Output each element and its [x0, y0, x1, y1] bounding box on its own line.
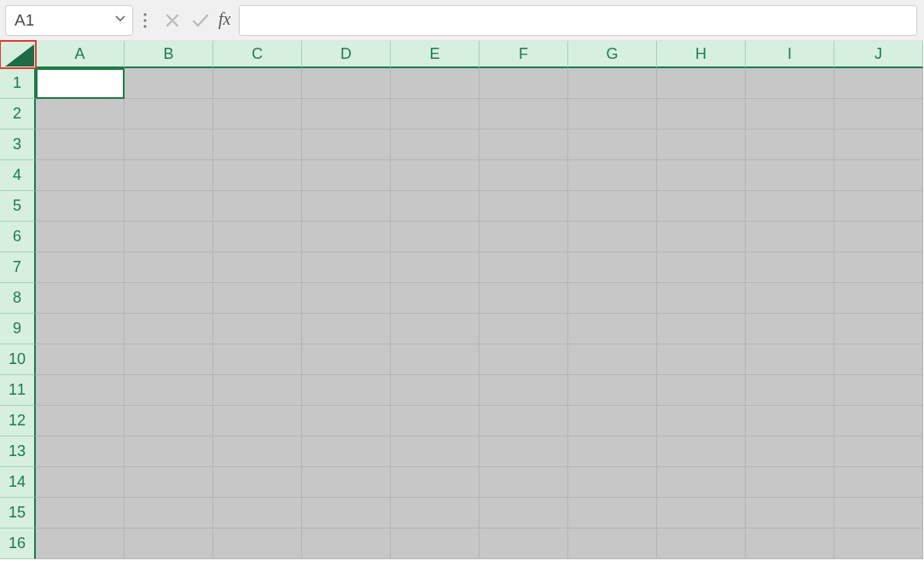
cell[interactable]: [657, 252, 746, 283]
cell[interactable]: [391, 314, 479, 344]
chevron-down-icon[interactable]: [115, 14, 125, 26]
cell[interactable]: [657, 68, 746, 99]
cell[interactable]: [391, 529, 479, 559]
row-header[interactable]: 6: [0, 222, 36, 252]
cell[interactable]: [746, 406, 834, 436]
cell[interactable]: [125, 436, 213, 467]
cell[interactable]: [746, 467, 834, 498]
cell[interactable]: [568, 252, 657, 283]
cell[interactable]: [125, 529, 213, 559]
cell[interactable]: [125, 375, 213, 406]
cell[interactable]: [391, 344, 479, 375]
cell[interactable]: [479, 436, 568, 467]
cell[interactable]: [125, 130, 213, 160]
cell-A1[interactable]: [36, 68, 125, 99]
cell[interactable]: [391, 406, 479, 436]
cell[interactable]: [36, 436, 125, 467]
cell[interactable]: [213, 344, 302, 375]
cell[interactable]: [302, 467, 391, 498]
select-all-corner[interactable]: [0, 41, 36, 68]
column-header[interactable]: I: [746, 41, 834, 68]
row-header[interactable]: 2: [0, 99, 36, 130]
cell[interactable]: [568, 314, 657, 344]
cell[interactable]: [834, 436, 923, 467]
cell[interactable]: [125, 252, 213, 283]
cell[interactable]: [657, 130, 746, 160]
cell[interactable]: [746, 344, 834, 375]
row-header[interactable]: 11: [0, 375, 36, 406]
cell[interactable]: [746, 283, 834, 314]
cell[interactable]: [213, 375, 302, 406]
row-header[interactable]: 16: [0, 529, 36, 559]
cell[interactable]: [391, 436, 479, 467]
cell[interactable]: [479, 467, 568, 498]
column-header[interactable]: J: [834, 41, 923, 68]
cell[interactable]: [302, 314, 391, 344]
cell[interactable]: [834, 283, 923, 314]
cell[interactable]: [657, 222, 746, 252]
cell[interactable]: [302, 191, 391, 222]
cell[interactable]: [125, 498, 213, 529]
cell[interactable]: [302, 99, 391, 130]
cell[interactable]: [834, 191, 923, 222]
column-header[interactable]: F: [479, 41, 568, 68]
confirm-icon[interactable]: [186, 7, 215, 34]
cell[interactable]: [36, 283, 125, 314]
cell[interactable]: [746, 529, 834, 559]
column-header[interactable]: E: [391, 41, 479, 68]
cell[interactable]: [213, 191, 302, 222]
cell[interactable]: [36, 498, 125, 529]
cell[interactable]: [746, 130, 834, 160]
column-header[interactable]: D: [302, 41, 391, 68]
cell[interactable]: [36, 130, 125, 160]
cell[interactable]: [834, 222, 923, 252]
cell[interactable]: [36, 375, 125, 406]
column-header[interactable]: H: [657, 41, 746, 68]
cell[interactable]: [746, 68, 834, 99]
row-header[interactable]: 9: [0, 314, 36, 344]
cell[interactable]: [302, 160, 391, 191]
cell[interactable]: [479, 191, 568, 222]
cell[interactable]: [834, 68, 923, 99]
cell[interactable]: [479, 375, 568, 406]
row-header[interactable]: 14: [0, 467, 36, 498]
cell[interactable]: [302, 406, 391, 436]
cell[interactable]: [125, 191, 213, 222]
cell[interactable]: [568, 283, 657, 314]
cell[interactable]: [302, 529, 391, 559]
cell[interactable]: [834, 467, 923, 498]
cell[interactable]: [125, 314, 213, 344]
cell[interactable]: [36, 406, 125, 436]
row-header[interactable]: 4: [0, 160, 36, 191]
cell[interactable]: [746, 375, 834, 406]
cell[interactable]: [213, 160, 302, 191]
cell[interactable]: [479, 222, 568, 252]
cell[interactable]: [391, 283, 479, 314]
cell[interactable]: [746, 498, 834, 529]
cell[interactable]: [568, 436, 657, 467]
cell[interactable]: [568, 529, 657, 559]
cell[interactable]: [834, 130, 923, 160]
cell[interactable]: [36, 344, 125, 375]
cell[interactable]: [125, 467, 213, 498]
cell[interactable]: [568, 191, 657, 222]
cell[interactable]: [568, 344, 657, 375]
cell[interactable]: [568, 375, 657, 406]
cell[interactable]: [213, 467, 302, 498]
cell[interactable]: [657, 191, 746, 222]
cell[interactable]: [479, 99, 568, 130]
cell[interactable]: [479, 68, 568, 99]
cell[interactable]: [213, 99, 302, 130]
cell[interactable]: [302, 498, 391, 529]
cell[interactable]: [657, 529, 746, 559]
formula-input[interactable]: [239, 5, 917, 36]
cell[interactable]: [479, 252, 568, 283]
cell[interactable]: [568, 467, 657, 498]
cell[interactable]: [834, 375, 923, 406]
cell[interactable]: [391, 160, 479, 191]
cell[interactable]: [479, 314, 568, 344]
cell[interactable]: [834, 252, 923, 283]
cell[interactable]: [125, 344, 213, 375]
cell[interactable]: [568, 222, 657, 252]
cell[interactable]: [657, 436, 746, 467]
